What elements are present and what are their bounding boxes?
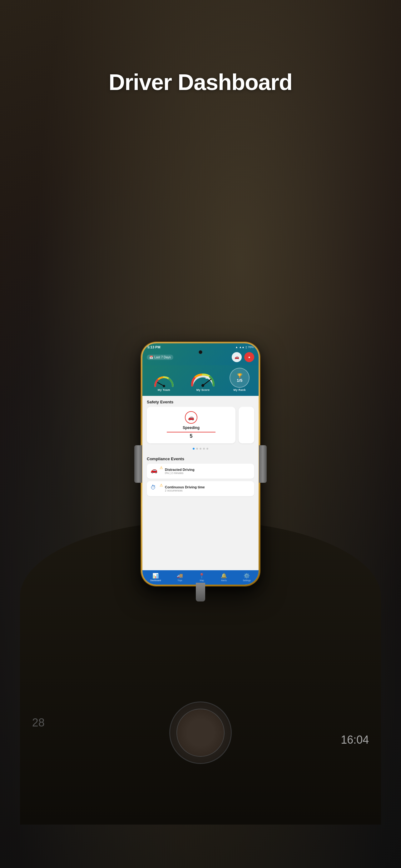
next-event-card-partial[interactable] [239, 407, 254, 443]
car-status-icon: 🚗 [235, 355, 239, 359]
dot-1 [193, 448, 195, 450]
dot-4 [203, 448, 205, 450]
my-team-gauge-svg [152, 374, 176, 388]
mount-clip-right [259, 445, 267, 483]
continuous-icon-wrap: ⏱ ⚠ [151, 484, 162, 493]
compliance-item-continuous[interactable]: ⏱ ⚠ Continuous Driving time 2 occurrence… [147, 481, 254, 496]
page-title: Driver Dashboard [109, 69, 292, 95]
wifi-icon: ▲ [235, 346, 238, 349]
speeding-count: 5 [167, 432, 215, 439]
my-score-gauge-svg: 10 [188, 371, 218, 388]
phone-wrapper: 5:13 PM ▲ ▲▲ ▯ 70% 📅 Last 7 Days [141, 342, 260, 586]
trips-nav-icon: 🚚 [177, 573, 183, 579]
my-team-label: My Team [158, 389, 170, 392]
nav-alerts[interactable]: 🔔 Alerts [221, 573, 227, 582]
dot-3 [200, 448, 201, 450]
svg-point-3 [201, 384, 204, 387]
continuous-text: Continuous Driving time 2 occurrences [165, 485, 205, 492]
mount-clip-left [134, 445, 142, 483]
settings-nav-icon: ⚙️ [244, 573, 250, 579]
distracted-warning-icon: ⚠ [160, 466, 163, 470]
distracted-text: Distracted Driving 0% | 2 minutes [165, 468, 195, 475]
speeding-card[interactable]: 🚗 Speeding 5 [147, 407, 235, 443]
svg-text:10: 10 [205, 376, 209, 379]
car-status-button[interactable]: 🚗 [232, 352, 242, 362]
dashboard-nav-icon: 📊 [153, 573, 159, 579]
status-icons: ▲ ▲▲ ▯ 70% [235, 346, 254, 349]
my-score-label: My Score [196, 389, 209, 392]
nav-map[interactable]: 📍 Map [199, 573, 205, 582]
alerts-nav-label: Alerts [221, 579, 227, 582]
alerts-nav-icon: 🔔 [221, 573, 227, 579]
safety-events-title: Safety Events [142, 396, 259, 407]
content-area: Safety Events 🚗 Speeding 5 [142, 396, 259, 570]
status-bar: 5:13 PM ▲ ▲▲ ▯ 70% [142, 343, 259, 350]
map-nav-icon: 📍 [199, 573, 205, 579]
my-score-item: 10 My Score [188, 371, 218, 392]
phone-frame: 5:13 PM ▲ ▲▲ ▯ 70% 📅 Last 7 Days [141, 342, 260, 586]
compliance-item-distracted[interactable]: 🚗 ⚠ Distracted Driving 0% | 2 minutes [147, 464, 254, 479]
dot-5 [206, 448, 208, 450]
trophy-icon: 🏆 [237, 373, 242, 378]
compliance-events-title: Compliance Events [142, 453, 259, 464]
rank-value: 1/5 [237, 378, 242, 383]
status-time: 5:13 PM [147, 345, 161, 349]
my-rank-label: My Rank [234, 389, 246, 392]
nav-trips[interactable]: 🚚 Trips [177, 573, 183, 582]
cards-dots-indicator [142, 446, 259, 453]
nav-settings[interactable]: ⚙️ Settings [243, 573, 250, 582]
record-button[interactable]: ● [244, 352, 254, 362]
svg-line-2 [203, 379, 211, 385]
signal-icon: ▲▲ [239, 346, 244, 349]
battery-icon: ▯ [245, 346, 247, 349]
header-actions: 🚗 ● [232, 352, 254, 362]
distracted-detail: 0% | 2 minutes [165, 471, 195, 475]
trips-nav-label: Trips [177, 579, 182, 582]
calendar-icon: 📅 [149, 355, 153, 359]
my-rank-item: 🏆 1/5 My Rank [230, 368, 249, 392]
speeding-icon: 🚗 [185, 411, 197, 424]
svg-point-1 [163, 385, 165, 388]
dot-2 [196, 448, 198, 450]
date-filter-text: Last 7 Days [154, 355, 171, 359]
my-rank-circle: 🏆 1/5 [230, 368, 249, 388]
date-filter[interactable]: 📅 Last 7 Days [147, 354, 173, 360]
phone-camera-notch [199, 350, 202, 354]
record-icon: ● [248, 355, 250, 359]
car-clock-display: 16:04 [341, 733, 369, 746]
continuous-detail: 2 occurrences [165, 489, 205, 492]
continuous-warning-icon: ⚠ [160, 483, 163, 488]
battery-percent: 70% [248, 346, 254, 349]
speeding-label: Speeding [183, 426, 200, 430]
compliance-list: 🚗 ⚠ Distracted Driving 0% | 2 minutes ⏱ [142, 464, 259, 496]
nav-dashboard[interactable]: 📊 Dashboard [150, 573, 161, 582]
phone-screen: 5:13 PM ▲ ▲▲ ▯ 70% 📅 Last 7 Days [142, 343, 259, 585]
score-section: My Team [142, 365, 259, 396]
safety-events-cards: 🚗 Speeding 5 [142, 407, 259, 446]
mount-clip-bottom [196, 583, 205, 601]
distracted-icon-wrap: 🚗 ⚠ [151, 467, 162, 475]
my-score-gauge: 10 [188, 371, 218, 388]
dashboard-nav-label: Dashboard [150, 579, 161, 582]
my-team-gauge [152, 374, 176, 388]
settings-nav-label: Settings [243, 579, 250, 582]
distracted-name: Distracted Driving [165, 468, 195, 471]
phone-inner: 5:13 PM ▲ ▲▲ ▯ 70% 📅 Last 7 Days [142, 343, 259, 585]
car-number-display: 28 [32, 716, 45, 729]
my-team-score-item: My Team [152, 374, 176, 392]
continuous-car-icon: ⏱ [151, 484, 156, 491]
map-nav-label: Map [200, 579, 204, 582]
distracted-car-icon: 🚗 [151, 467, 157, 473]
car-vent-decor [169, 702, 232, 764]
continuous-name: Continuous Driving time [165, 485, 205, 489]
